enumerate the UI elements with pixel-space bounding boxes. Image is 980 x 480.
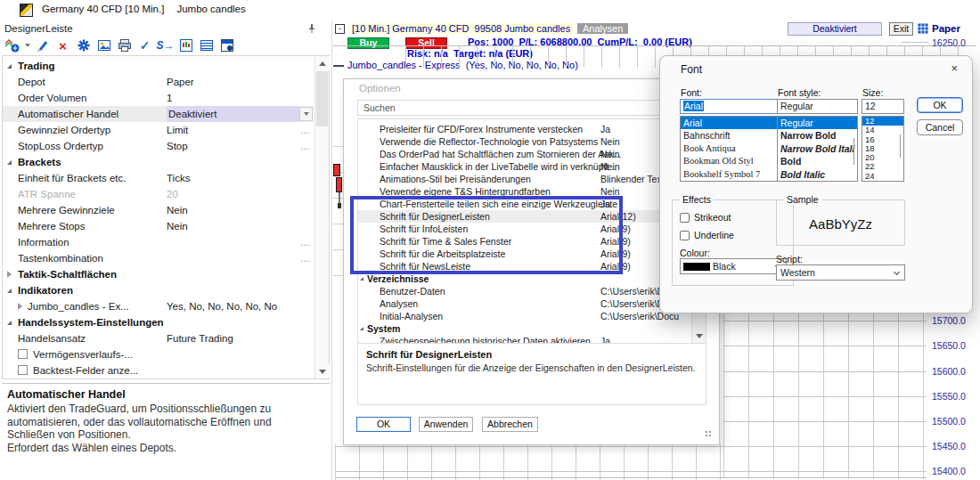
checkbox[interactable] [18,349,28,359]
list-item[interactable]: 24 [862,172,903,181]
script-label: Script: [776,254,803,264]
collapse-icon[interactable]: - [335,24,345,34]
list-item[interactable]: 16 [862,135,903,144]
scroll-up-icon[interactable] [315,56,330,70]
font-size-input[interactable]: 12 [862,99,904,114]
property-row-backtest-felder[interactable]: Backtest-Felder anze... [3,362,314,378]
option-group-system[interactable]: System [358,322,706,335]
option-row[interactable]: Einfacher Mausklick in der LiveTabelle w… [358,160,706,173]
price-label: 15700.0 [932,315,966,326]
property-row-mehrere-stops[interactable]: Mehrere StopsNein [3,218,314,234]
price-label: 15600.0 [932,366,966,377]
property-group-indikatoren[interactable]: Indikatoren [3,282,314,298]
save-workspace-icon[interactable] [217,37,236,54]
list-item[interactable]: 18 [862,144,903,153]
strikeout-checkbox[interactable] [680,213,690,223]
chevron-down-icon [894,269,900,275]
property-row-stoploss-ordertyp[interactable]: StopLoss OrdertypStop… [3,138,314,154]
font-size-list[interactable]: 12 14 16 18 20 22 24 [862,116,904,182]
property-group-brackets[interactable]: Brackets [3,154,314,170]
script-select[interactable]: Western [776,264,905,281]
add-indicator-icon[interactable] [3,37,21,54]
check-icon[interactable]: ✓ [135,37,154,54]
auto-trade-state-button[interactable]: Deaktiviert [788,22,882,36]
delete-icon[interactable]: × [53,37,72,54]
option-row[interactable]: Animations-Stil bei PreisänderungenBlink… [358,173,706,185]
analysen-badge[interactable]: Analysen [577,23,628,34]
property-row-vermoegensverlaufs[interactable]: Vermögensverlaufs-... [3,346,314,362]
list-item[interactable]: 14 [862,126,903,134]
font-style-input[interactable]: Regular [777,99,858,114]
property-row-automatischer-handel[interactable]: Automatischer HandelDeaktiviert [3,106,314,122]
printer-icon[interactable] [115,37,134,54]
option-row[interactable]: Initial-AnalysenC:\Users\erik\Docu [358,310,706,322]
close-icon[interactable]: × [951,61,958,76]
list-item[interactable]: 22 [862,162,903,171]
option-row[interactable]: Verwende die Reflector-Technologie von P… [358,135,706,148]
chart-grid-bottom [335,443,723,480]
ellipsis-button[interactable]: … [298,122,312,138]
window-title-instrument: Germany 40 CFD [10 Min.] [42,4,164,14]
scrollbar[interactable] [314,56,329,378]
scroll-down-icon[interactable] [315,364,330,378]
list-item[interactable]: Bold [778,155,857,167]
property-row-einheit[interactable]: Einheit für Brackets etc.Ticks [3,170,314,186]
scroll-down-icon[interactable] [692,329,706,343]
dropdown-caret-icon[interactable] [23,37,31,54]
list-item[interactable]: Bold Italic [778,168,857,181]
ellipsis-button[interactable]: … [298,234,312,250]
property-group-taktik[interactable]: Taktik-Schaltflächen [3,266,314,282]
property-row-atr-spanne[interactable]: ATR Spanne20 [3,186,314,202]
resize-grip[interactable] [705,430,712,437]
property-row-tastenkombination[interactable]: Tastenkombination… [3,250,314,266]
cancel-button[interactable]: Abbrechen [482,417,538,432]
scrollbar-thumb[interactable] [316,71,328,126]
property-row-information[interactable]: Information… [3,234,314,250]
option-row[interactable]: Zwischenspeicherung historischer Daten a… [358,335,706,344]
scrollbar-thumb[interactable] [900,134,901,158]
cancel-button[interactable]: Cancel [917,119,963,135]
signal-route-icon[interactable]: S→ [156,37,175,54]
underline-checkbox[interactable] [680,231,690,240]
list-item[interactable]: 12 [862,117,903,126]
dropdown-button[interactable] [299,107,313,121]
ellipsis-button[interactable]: … [298,250,312,266]
property-row-handelsansatz[interactable]: HandelsansatzFuture Trading [3,330,314,346]
table-icon[interactable] [197,37,216,54]
list-item[interactable]: Regular [778,117,857,129]
exit-button[interactable]: Exit [889,22,913,36]
candles-window-icon[interactable] [176,37,195,54]
apply-button[interactable]: Anwenden [419,417,473,432]
property-row-gewinnziel-ordertyp[interactable]: Gewinnziel OrdertypLimit… [3,122,314,138]
buy-button[interactable]: Buy [347,37,389,49]
property-group-handelssystem[interactable]: Handelssystem-Einstellungen [3,314,314,330]
search-input[interactable] [357,100,692,116]
ok-button[interactable]: OK [917,97,963,113]
option-row[interactable]: Das OrderPad hat Schaltflächen zum Storn… [358,148,706,160]
list-item[interactable]: Narrow Bold [778,129,857,142]
property-description: Automatischer Handel Aktiviert den Trade… [2,383,330,479]
pin-icon[interactable] [306,23,317,34]
colour-select[interactable]: Black [680,258,787,274]
property-group-trading[interactable]: Trading [3,58,314,74]
scrollbar-thumb[interactable] [853,138,854,165]
property-row-mehrere-gewinnziele[interactable]: Mehrere GewinnzieleNein [3,202,314,218]
property-row-depot[interactable]: DepotPaper [3,74,314,90]
list-item[interactable]: Narrow Bold Itali [778,142,857,155]
property-row-jumbo-candles[interactable]: Jumbo_candles - Ex...Yes, No, No, No, No… [3,298,314,314]
list-item[interactable]: 20 [862,153,903,162]
gear-icon[interactable] [74,37,93,54]
checkbox[interactable] [18,365,28,375]
account-grid-icon [918,23,928,37]
option-group-verzeichnisse[interactable]: Verzeichnisse [358,273,706,285]
brush-icon[interactable] [33,37,52,54]
property-row-order-volumen[interactable]: Order Volumen1 [3,90,314,106]
ellipsis-button[interactable]: … [298,138,312,154]
chart-image-icon[interactable] [94,37,113,54]
option-row[interactable]: Preisleiter für CFD/Forex Instrumente ve… [358,123,706,135]
option-row[interactable]: AnalysenC:\Users\erik\Docu [358,297,706,310]
font-style-list[interactable]: Regular Narrow Bold Narrow Bold Itali Bo… [777,116,858,182]
option-row[interactable]: Benutzer-DatenC:\Users\erik\Docu [358,285,706,297]
ok-button[interactable]: OK [356,417,411,432]
font-dialog: Font × Font: Arial Arial Bahnschrift Boo… [659,55,973,313]
